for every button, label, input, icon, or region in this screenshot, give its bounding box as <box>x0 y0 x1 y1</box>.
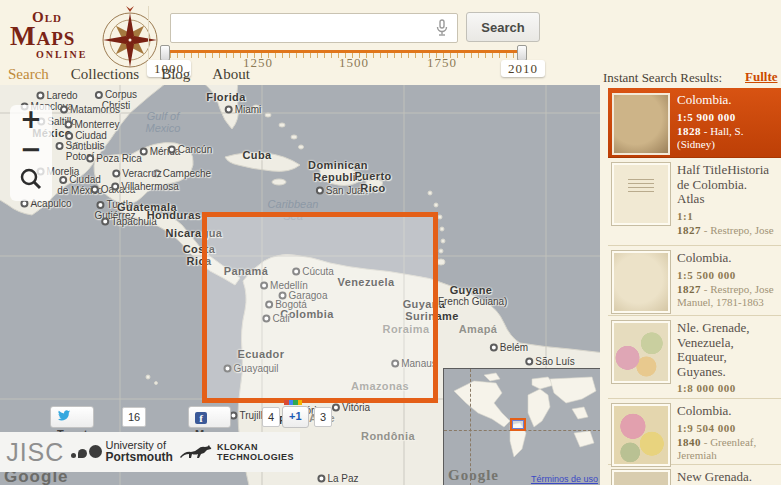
zoom-in-button[interactable]: + <box>10 105 52 135</box>
search-result-item[interactable]: Colombia.1:9 504 0001840 - Greenleaf, Je… <box>608 399 781 465</box>
google-plusone-button[interactable]: +1 <box>282 406 309 428</box>
result-year: 1840 <box>677 436 701 448</box>
result-title: New Grenada. <box>677 470 777 485</box>
results-header-label: Instant Search Results: <box>603 70 722 86</box>
university-of-portsmouth-logo[interactable]: University of Portsmouth <box>71 440 173 464</box>
slider-handle-max[interactable] <box>517 45 527 61</box>
result-thumbnail[interactable] <box>612 470 670 485</box>
googleplus-colorbar <box>284 400 302 405</box>
google-logo: Google <box>448 467 499 484</box>
result-title: Colombia. <box>677 251 777 266</box>
result-thumbnail[interactable] <box>612 251 670 313</box>
nav-item-about[interactable]: About <box>212 66 250 83</box>
facebook-like-count: 4 <box>262 407 280 427</box>
plusone-label: +1 <box>289 410 302 422</box>
logo-line-online: Online <box>36 50 87 60</box>
minimap-viewport-box[interactable] <box>510 418 526 431</box>
result-text: Colombia.1:5 500 0001827 - Restrepo, Jos… <box>677 251 777 310</box>
google-plusone-count: 3 <box>314 407 332 427</box>
nav-item-search[interactable]: Search <box>8 66 49 83</box>
oldmapsonline-logo[interactable]: Old Maps Online <box>10 4 160 68</box>
nav-item-collections[interactable]: Collections <box>71 66 139 83</box>
result-scale: 1:9 504 000 <box>677 422 777 434</box>
minimap-viewport-inner <box>512 420 524 429</box>
result-text: New Grenada. <box>677 470 777 485</box>
zoom-out-button[interactable]: − <box>10 135 52 165</box>
search-button[interactable]: Search <box>466 12 540 42</box>
klokan-line2: TECHNOLOGIES <box>217 452 294 462</box>
timeline-tick-label: 1750 <box>427 55 457 71</box>
result-meta: 1828 - Hall, S. (Sidney) <box>677 125 777 151</box>
tweet-count: 16 <box>122 407 146 427</box>
tweet-button[interactable]: Tweet <box>50 406 94 428</box>
search-result-item[interactable]: Half TitleHistoria de Colombia. Atlas1:1… <box>608 158 781 246</box>
kangaroo-icon <box>179 443 213 461</box>
header: Old Maps Online <box>0 0 781 85</box>
logo-line-maps: Maps <box>10 23 87 50</box>
result-title: Colombia. <box>677 404 777 419</box>
result-title: Half TitleHistoria de Colombia. Atlas <box>677 163 777 207</box>
overview-minimap[interactable]: Google Términos de uso <box>443 368 600 485</box>
search-result-item[interactable]: Colombia.1:5 900 0001828 - Hall, S. (Sid… <box>608 88 781 158</box>
partner-logos-bar: JISC University of Portsmouth KLOKAN TEC… <box>0 432 300 472</box>
result-meta: 1840 - Greenleaf, Jeremiah <box>677 436 777 459</box>
result-thumbnail[interactable] <box>612 321 670 383</box>
result-scale: 1:8 000 000 <box>677 382 777 393</box>
timeline-tick-label: 1500 <box>339 55 369 71</box>
portsmouth-dots-icon <box>71 445 102 458</box>
result-scale: 1:5 900 000 <box>677 111 777 123</box>
result-year: 1828 <box>677 125 701 137</box>
result-text: Colombia.1:5 900 0001828 - Hall, S. (Sid… <box>677 93 777 152</box>
result-text: Colombia.1:9 504 0001840 - Greenleaf, Je… <box>677 404 777 459</box>
klokan-line1: KLOKAN <box>217 442 258 452</box>
result-scale: 1:5 500 000 <box>677 269 777 281</box>
search-result-item[interactable]: New Grenada. <box>608 465 781 485</box>
facebook-like-button[interactable]: fMe gusta <box>188 406 231 428</box>
result-year: 1827 <box>677 224 701 236</box>
fulltext-link[interactable]: Fullte <box>745 69 778 85</box>
result-year: 1827 <box>677 283 701 295</box>
map-viewport[interactable]: LaredoCorpus ChristiMonclovaMatamorosSal… <box>0 85 600 485</box>
uop-line1: University of <box>106 439 167 451</box>
slider-value-max: 2010 <box>501 60 545 77</box>
result-thumbnail[interactable] <box>612 93 670 155</box>
twitter-bird-icon <box>57 410 71 421</box>
map-zoom-controls: + − <box>10 105 52 201</box>
facebook-f-icon: f <box>195 412 207 424</box>
result-thumbnail[interactable] <box>612 163 670 225</box>
klokan-technologies-logo[interactable]: KLOKAN TECHNOLOGIES <box>179 442 294 463</box>
slider-handle-min[interactable] <box>160 45 170 61</box>
nav-item-blog[interactable]: Blog <box>161 66 190 83</box>
map-selection-rectangle <box>202 212 438 403</box>
logo-text: Old Maps Online <box>10 10 87 60</box>
microphone-icon[interactable] <box>433 19 451 37</box>
result-title: Nle. Grenade, Venezuela, Equateur, Guyan… <box>677 321 777 379</box>
header-divider <box>148 6 149 68</box>
result-thumbnail[interactable] <box>612 404 670 466</box>
magnifier-icon[interactable] <box>18 167 44 193</box>
search-result-item[interactable]: Colombia.1:5 500 0001827 - Restrepo, Jos… <box>608 246 781 316</box>
result-title: Colombia. <box>677 93 777 108</box>
result-text: Nle. Grenade, Venezuela, Equateur, Guyan… <box>677 321 777 393</box>
uop-line2: Portsmouth <box>106 450 173 464</box>
search-input[interactable] <box>177 16 431 40</box>
search-result-item[interactable]: Nle. Grenade, Venezuela, Equateur, Guyan… <box>608 316 781 399</box>
result-meta: 1827 - Restrepo, Jose Manuel, 1781-1863 <box>677 224 777 240</box>
result-scale: 1:1 <box>677 210 777 222</box>
terms-of-use-link[interactable]: Términos de uso <box>531 474 598 484</box>
main-nav: SearchCollectionsBlogAbout <box>8 66 272 83</box>
instant-search-results-list: Colombia.1:5 900 0001828 - Hall, S. (Sid… <box>608 88 781 485</box>
search-box <box>170 13 458 43</box>
result-meta: 1827 - Restrepo, Jose Manuel, 1781-1863 <box>677 283 777 309</box>
result-text: Half TitleHistoria de Colombia. Atlas1:1… <box>677 163 777 240</box>
jisc-logo[interactable]: JISC <box>6 438 64 467</box>
